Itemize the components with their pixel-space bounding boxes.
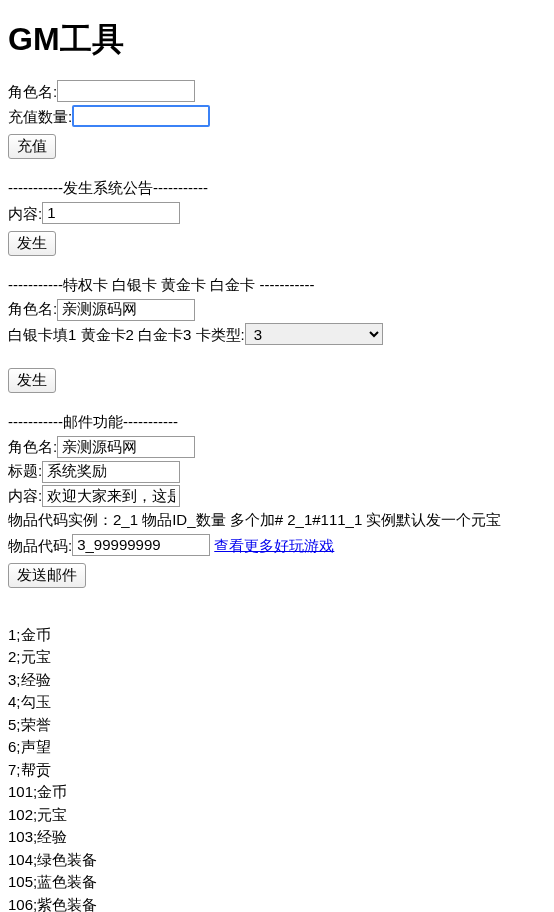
cards-divider: -----------特权卡 白银卡 黄金卡 白金卡 -----------	[8, 274, 546, 297]
mail-title-input[interactable]	[42, 461, 180, 483]
page-title: GM工具	[8, 18, 546, 62]
cards-role-label: 角色名:	[8, 300, 57, 317]
list-item: 104;绿色装备	[8, 849, 546, 872]
mail-role-label: 角色名:	[8, 438, 57, 455]
cards-button[interactable]: 发生	[8, 368, 56, 393]
list-item: 1;金币	[8, 624, 546, 647]
cards-type-select[interactable]: 3	[245, 323, 383, 345]
cards-role-input[interactable]	[57, 299, 195, 321]
list-item: 6;声望	[8, 736, 546, 759]
announce-content-label: 内容:	[8, 204, 42, 221]
recharge-amount-input[interactable]	[72, 105, 210, 127]
recharge-role-label: 角色名:	[8, 83, 57, 100]
mail-item-code-input[interactable]	[72, 534, 210, 556]
list-item: 102;元宝	[8, 804, 546, 827]
list-item: 5;荣誉	[8, 714, 546, 737]
mail-title-label: 标题:	[8, 462, 42, 479]
cards-type-label: 白银卡填1 黄金卡2 白金卡3 卡类型:	[8, 326, 245, 343]
list-item: 7;帮贡	[8, 759, 546, 782]
list-item: 103;经验	[8, 826, 546, 849]
more-games-link[interactable]: 查看更多好玩游戏	[214, 536, 334, 553]
mail-item-example: 物品代码实例：2_1 物品ID_数量 多个加# 2_1#111_1 实例默认发一…	[8, 509, 546, 532]
announce-content-input[interactable]	[42, 202, 180, 224]
mail-content-input[interactable]	[42, 485, 180, 507]
list-item: 106;紫色装备	[8, 894, 546, 913]
recharge-amount-label: 充值数量:	[8, 108, 72, 125]
mail-divider: -----------邮件功能-----------	[8, 411, 546, 434]
list-item: 3;经验	[8, 669, 546, 692]
list-item: 101;金币	[8, 781, 546, 804]
announce-button[interactable]: 发生	[8, 231, 56, 256]
list-item: 2;元宝	[8, 646, 546, 669]
recharge-role-input[interactable]	[57, 80, 195, 102]
send-mail-button[interactable]: 发送邮件	[8, 563, 86, 588]
announce-divider: -----------发生系统公告-----------	[8, 177, 546, 200]
mail-item-code-label: 物品代码:	[8, 536, 72, 553]
list-item: 4;勾玉	[8, 691, 546, 714]
item-list: 1;金币 2;元宝 3;经验 4;勾玉 5;荣誉 6;声望 7;帮贡 101;金…	[8, 624, 546, 913]
recharge-button[interactable]: 充值	[8, 134, 56, 159]
mail-content-label: 内容:	[8, 487, 42, 504]
mail-role-input[interactable]	[57, 436, 195, 458]
list-item: 105;蓝色装备	[8, 871, 546, 894]
